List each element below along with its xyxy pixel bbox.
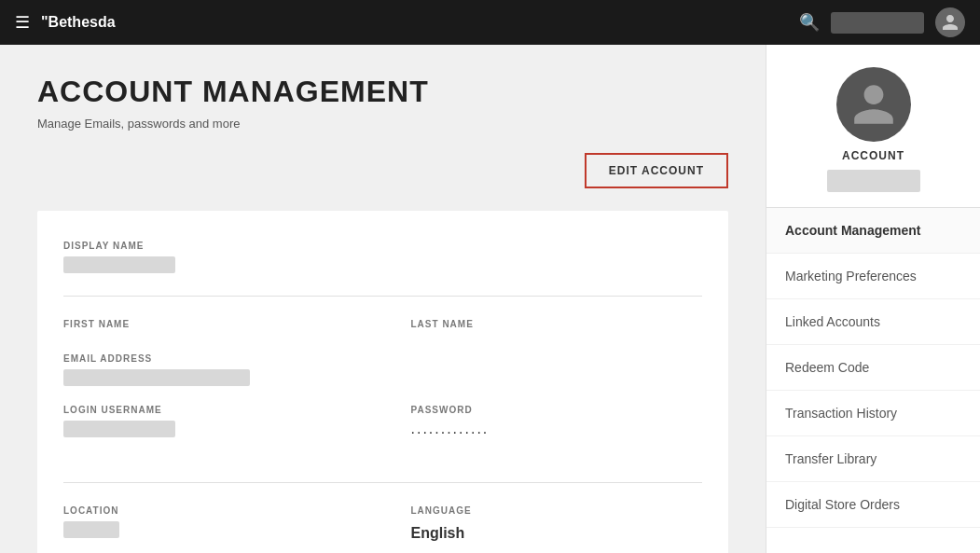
password-field: PASSWORD ············· [411, 405, 703, 441]
sidebar-item-account-management[interactable]: Account Management [766, 208, 980, 254]
sidebar-item-marketing-preferences[interactable]: Marketing Preferences [766, 254, 980, 299]
profile-username-bar [827, 170, 920, 192]
edit-button-row: EDIT ACCOUNT [37, 153, 728, 188]
email-label: EMAIL ADDRESS [63, 353, 702, 364]
sidebar-item-transfer-library[interactable]: Transfer Library [766, 436, 980, 482]
user-icon [941, 13, 959, 32]
language-label: LANGUAGE [411, 505, 703, 516]
location-value [63, 521, 119, 538]
sidebar-item-transaction-history-label: Transaction History [785, 406, 897, 421]
display-name-label: DISPLAY NAME [63, 241, 702, 251]
first-name-field: FIRST NAME [63, 319, 355, 335]
sidebar-item-redeem-code[interactable]: Redeem Code [766, 345, 980, 391]
section-divider-2 [63, 482, 702, 483]
language-value: English [411, 521, 703, 542]
sidebar-item-digital-store-orders[interactable]: Digital Store Orders [766, 482, 980, 528]
email-value [63, 369, 250, 386]
edit-account-button[interactable]: EDIT ACCOUNT [585, 153, 728, 188]
sidebar-item-linked-accounts[interactable]: Linked Accounts [766, 299, 980, 345]
password-value: ············· [411, 421, 703, 441]
main-content: Account Management Manage Emails, passwo… [0, 45, 766, 553]
email-field: EMAIL ADDRESS [63, 353, 702, 386]
account-label: ACCOUNT [842, 149, 904, 162]
credentials-row: LOGIN USERNAME PASSWORD ············· [63, 405, 702, 460]
username-field: LOGIN USERNAME [63, 405, 355, 441]
search-input[interactable] [831, 12, 924, 34]
language-field: LANGUAGE English [411, 505, 703, 542]
sidebar-item-linked-accounts-label: Linked Accounts [785, 314, 880, 329]
sidebar-item-transfer-library-label: Transfer Library [785, 451, 876, 466]
sidebar-item-digital-store-orders-label: Digital Store Orders [785, 497, 900, 512]
brand-logo: "Bethesda [41, 14, 116, 31]
sidebar-nav: Account Management Marketing Preferences… [766, 208, 980, 528]
page-title: Account Management [37, 75, 728, 109]
profile-avatar-icon [849, 80, 898, 129]
display-name-field: DISPLAY NAME [63, 241, 702, 273]
first-name-label: FIRST NAME [63, 319, 355, 329]
username-value [63, 421, 175, 437]
profile-avatar [836, 67, 911, 142]
nav-right: 🔍 [799, 7, 965, 37]
hamburger-icon[interactable]: ☰ [15, 12, 30, 33]
username-label: LOGIN USERNAME [63, 405, 355, 415]
user-avatar-button[interactable] [935, 7, 965, 37]
sidebar-item-marketing-preferences-label: Marketing Preferences [785, 269, 917, 283]
location-field: LOCATION [63, 505, 355, 542]
page-layout: Account Management Manage Emails, passwo… [0, 45, 980, 553]
account-form-card: DISPLAY NAME FIRST NAME LAST NAME EMAIL … [37, 211, 728, 553]
nav-left: ☰ "Bethesda [15, 12, 116, 33]
password-label: PASSWORD [411, 405, 703, 415]
profile-section: ACCOUNT [766, 45, 980, 208]
locale-row: LOCATION LANGUAGE English [63, 505, 702, 553]
location-label: LOCATION [63, 505, 355, 516]
sidebar: ACCOUNT Account Management Marketing Pre… [766, 45, 980, 553]
sidebar-item-account-management-label: Account Management [785, 223, 920, 238]
last-name-field: LAST NAME [411, 319, 703, 335]
section-divider-1 [63, 296, 702, 297]
name-row: FIRST NAME LAST NAME [63, 319, 702, 353]
display-name-value [63, 256, 175, 273]
sidebar-item-transaction-history[interactable]: Transaction History [766, 391, 980, 436]
top-navigation: ☰ "Bethesda 🔍 [0, 0, 980, 45]
search-icon[interactable]: 🔍 [799, 12, 820, 33]
page-subtitle: Manage Emails, passwords and more [37, 117, 728, 131]
sidebar-item-redeem-code-label: Redeem Code [785, 360, 869, 375]
last-name-label: LAST NAME [411, 319, 703, 329]
